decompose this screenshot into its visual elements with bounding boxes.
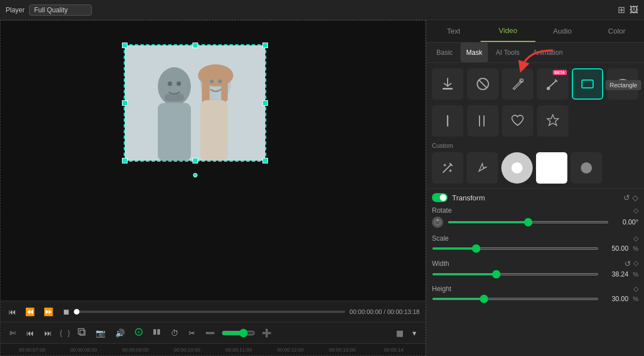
right-panel: Text Video Audio Color Basic Mask AI Too… — [426, 20, 644, 356]
resize-handle-bl[interactable] — [122, 158, 128, 163]
svg-rect-2 — [158, 103, 191, 161]
progress-bar[interactable] — [77, 311, 345, 313]
stop-button[interactable]: ⏹ — [60, 306, 72, 317]
tab-color[interactable]: Color — [590, 20, 644, 42]
mark-out-icon: } — [68, 329, 70, 337]
resize-handle-bc[interactable] — [192, 158, 198, 163]
snapshot-button[interactable]: 📷 — [92, 327, 109, 339]
plus-button[interactable]: ➕ — [258, 327, 275, 339]
rotate-knob[interactable] — [432, 217, 443, 228]
mask-oval-item[interactable] — [607, 68, 638, 100]
subtab-mask[interactable]: Mask — [460, 43, 488, 62]
rotate-label: Rotate ◇ — [432, 207, 638, 214]
scale-keyframe-icon[interactable]: ◇ — [633, 235, 638, 242]
rotate-keyframe-icon[interactable]: ◇ — [633, 207, 638, 214]
height-slider[interactable] — [432, 298, 599, 300]
mask-brush-item[interactable]: BETA — [537, 68, 568, 100]
custom-dark-circle[interactable] — [571, 152, 602, 184]
mask-star-item[interactable] — [537, 105, 568, 137]
mask-line2-item[interactable] — [467, 105, 499, 137]
total-time: 00:00:13:18 — [387, 308, 420, 315]
audio-button[interactable]: 🔊 — [112, 327, 128, 339]
grid-view-icon[interactable]: ⊞ — [618, 4, 625, 15]
player-area: ⏮ ⏪ ⏩ ⏹ 00:00:00:00 / 00:00:13:18 ✄ ⏮ ⏭ … — [0, 20, 426, 356]
tab-audio[interactable]: Audio — [535, 20, 590, 42]
height-value: 30.00 — [603, 295, 628, 303]
custom-icons — [432, 152, 638, 184]
top-bar-right: ⊞ 🖼 — [618, 4, 638, 15]
resize-handle-tr[interactable] — [262, 43, 268, 48]
play-backward-button[interactable]: ⏪ — [23, 306, 37, 317]
resize-handle-br[interactable] — [262, 158, 268, 163]
next-frame-button[interactable]: ⏭ — [41, 327, 55, 339]
scale-value: 50.00 — [603, 245, 628, 252]
svg-rect-13 — [78, 329, 84, 334]
video-clip[interactable] — [124, 44, 266, 162]
svg-point-8 — [168, 82, 172, 86]
subtab-animation[interactable]: Animation — [527, 43, 568, 62]
transform-reset-button[interactable]: ↺ — [623, 193, 630, 202]
mask-circle-item[interactable] — [467, 68, 499, 100]
current-time: 00:00:00:00 — [350, 308, 382, 315]
canvas-area[interactable] — [1, 21, 425, 301]
transition-button[interactable] — [149, 326, 164, 339]
resize-handle-ml[interactable] — [122, 100, 128, 106]
ruler-mark-7: 00:00:14 — [368, 347, 420, 353]
progress-dot[interactable] — [74, 309, 79, 315]
quality-select[interactable]: Full Quality Half Quality Quarter Qualit… — [29, 4, 92, 16]
chevron-down-button[interactable]: ▾ — [409, 327, 420, 339]
track-list-button[interactable]: ▦ — [393, 327, 407, 339]
overlay-button[interactable] — [74, 326, 89, 339]
mask-line1-item[interactable] — [432, 105, 463, 137]
subtab-basic[interactable]: Basic — [431, 43, 458, 62]
main-tabs: Text Video Audio Color — [426, 20, 644, 43]
prev-frame-button[interactable]: ⏮ — [23, 327, 37, 339]
transform-toggle[interactable] — [432, 193, 448, 202]
width-value: 38.24 — [603, 270, 628, 278]
svg-point-12 — [218, 79, 222, 83]
custom-label: Custom — [432, 142, 638, 149]
minus-button[interactable]: ➖ — [202, 327, 218, 339]
mask-pen-item[interactable] — [502, 68, 533, 100]
scale-slider-row: 50.00 % — [432, 245, 638, 252]
mask-download-item[interactable] — [432, 68, 463, 100]
svg-point-23 — [547, 87, 550, 90]
skip-back-button[interactable]: ⏮ — [6, 306, 18, 317]
tab-text[interactable]: Text — [426, 20, 481, 42]
play-forward-button[interactable]: ⏩ — [41, 306, 55, 317]
clip-button[interactable]: ✂ — [185, 327, 199, 339]
transform-keyframe-button[interactable]: ◇ — [632, 193, 638, 202]
tab-video[interactable]: Video — [481, 20, 535, 42]
mask-heart-item[interactable] — [502, 105, 533, 137]
width-row: Width ↺ ◇ 38.24 % — [432, 259, 638, 278]
rotate-slider[interactable] — [448, 221, 609, 223]
ruler-mark-3: 00:00:10:00 — [161, 347, 213, 353]
volume-slider[interactable] — [222, 329, 255, 338]
mask-grid: BETA — [426, 63, 644, 105]
split-tool-button[interactable]: ✄ — [6, 327, 20, 339]
custom-white-square[interactable] — [536, 152, 567, 184]
width-slider[interactable] — [432, 273, 599, 275]
subtab-ai-tools[interactable]: AI Tools — [490, 43, 525, 62]
resize-handle-tc[interactable] — [192, 43, 198, 48]
speed-button[interactable]: ⏱ — [167, 327, 182, 339]
image-icon[interactable]: 🖼 — [629, 5, 638, 15]
width-unit: % — [633, 271, 638, 278]
width-reset-button[interactable]: ↺ — [624, 259, 631, 268]
svg-rect-0 — [125, 45, 265, 161]
custom-arrow-icon[interactable] — [467, 152, 498, 184]
transform-header: Transform ↺ ◇ — [432, 193, 638, 202]
scale-slider[interactable] — [432, 247, 599, 250]
scale-row: Scale ◇ 50.00 % — [432, 235, 638, 252]
mark-in-icon: { — [60, 329, 62, 337]
width-keyframe-icon[interactable]: ◇ — [633, 259, 638, 268]
resize-handle-mr[interactable] — [262, 100, 268, 106]
height-keyframe-icon[interactable]: ◇ — [633, 285, 638, 293]
custom-wand-icon[interactable] — [432, 152, 463, 184]
resize-handle-tl[interactable] — [122, 43, 128, 48]
mask-rectangle-item[interactable] — [572, 68, 603, 100]
custom-white-circle[interactable] — [501, 152, 533, 184]
resize-handle-center[interactable] — [193, 173, 198, 177]
add-media-button[interactable]: + — [131, 326, 146, 339]
svg-rect-19 — [443, 88, 453, 90]
